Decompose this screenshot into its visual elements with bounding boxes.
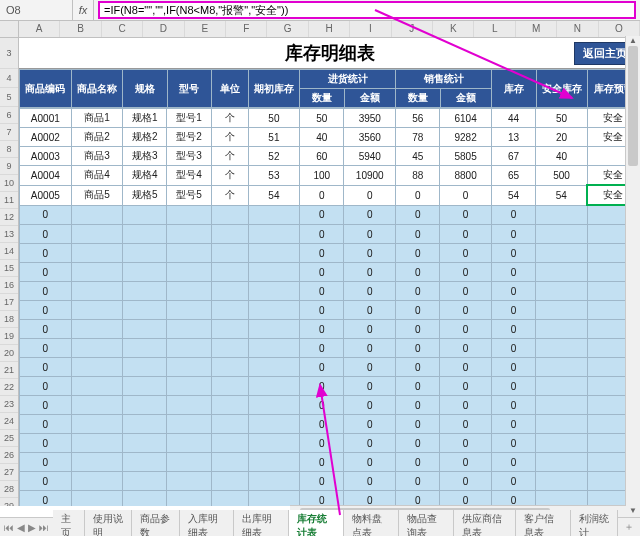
cell-in_amt[interactable]: 3560 [344,128,396,147]
cell-safety[interactable]: 20 [536,128,588,147]
cell-code[interactable]: 0 [20,339,72,358]
cell-out_qty[interactable]: 0 [396,301,440,320]
sheet-tab[interactable]: 物品查询表 [399,510,454,536]
table-row[interactable]: A0005商品5规格5型号5个5400005454安全 [20,185,640,205]
tab-last-icon[interactable]: ⏭ [39,522,49,533]
cell-in_qty[interactable]: 0 [300,377,344,396]
cell-out_qty[interactable]: 56 [396,109,440,128]
cell-in_amt[interactable]: 0 [344,472,396,491]
cell-out_amt[interactable]: 0 [440,415,492,434]
column-header[interactable]: B [60,21,101,37]
cell-model[interactable] [167,320,211,339]
cell-code[interactable]: 0 [20,396,72,415]
cell-model[interactable] [167,434,211,453]
cell-spec[interactable] [123,301,167,320]
row-number[interactable]: 10 [0,175,18,192]
cell-in_amt[interactable]: 0 [344,434,396,453]
col-spec[interactable]: 规格 [123,70,167,108]
cell-in_qty[interactable]: 0 [300,263,344,282]
row-number[interactable]: 24 [0,413,18,430]
cell-init[interactable] [248,377,300,396]
cell-in_qty[interactable]: 0 [300,339,344,358]
cell-safety[interactable] [536,491,588,507]
cell-model[interactable] [167,377,211,396]
column-header[interactable]: G [267,21,308,37]
cell-unit[interactable]: 个 [211,166,248,186]
cell-stock[interactable]: 54 [491,185,535,205]
table-row[interactable]: 000000 [20,263,640,282]
cell-in_amt[interactable]: 0 [344,339,396,358]
cell-out_qty[interactable]: 0 [396,339,440,358]
cell-spec[interactable] [123,396,167,415]
cell-in_amt[interactable]: 10900 [344,166,396,186]
cell-in_qty[interactable]: 60 [300,147,344,166]
cell-in_qty[interactable]: 0 [300,396,344,415]
cell-init[interactable] [248,301,300,320]
cell-code[interactable]: 0 [20,320,72,339]
cell-in_amt[interactable]: 0 [344,244,396,263]
cell-init[interactable] [248,244,300,263]
column-header[interactable]: J [392,21,433,37]
cell-stock[interactable]: 0 [491,491,535,507]
cell-stock[interactable]: 67 [491,147,535,166]
cell-init[interactable] [248,339,300,358]
cell-safety[interactable] [536,434,588,453]
cell-code[interactable]: 0 [20,225,72,244]
cell-unit[interactable] [211,225,248,244]
cell-unit[interactable]: 个 [211,109,248,128]
row-number[interactable]: 12 [0,209,18,226]
cell-out_amt[interactable]: 0 [440,185,492,205]
cell-name[interactable] [71,282,123,301]
cell-safety[interactable] [536,358,588,377]
col-in-amt[interactable]: 金额 [344,89,396,108]
tab-nav-buttons[interactable]: ⏮ ◀ ▶ ⏭ [0,522,53,533]
add-sheet-icon[interactable]: ＋ [618,520,640,534]
cell-spec[interactable] [123,472,167,491]
cell-unit[interactable] [211,415,248,434]
cell-name[interactable] [71,244,123,263]
row-number[interactable]: 19 [0,328,18,345]
cell-spec[interactable] [123,225,167,244]
cell-unit[interactable] [211,282,248,301]
cell-spec[interactable]: 规格5 [123,185,167,205]
cell-stock[interactable]: 0 [491,434,535,453]
table-row[interactable]: 000000 [20,396,640,415]
col-code[interactable]: 商品编码 [20,70,72,108]
table-row[interactable]: 000000 [20,472,640,491]
cell-unit[interactable] [211,377,248,396]
column-header[interactable]: H [309,21,350,37]
table-row[interactable]: 000000 [20,377,640,396]
cell-in_amt[interactable]: 0 [344,205,396,225]
cell-code[interactable]: A0002 [20,128,72,147]
cell-out_amt[interactable]: 0 [440,301,492,320]
cell-out_amt[interactable]: 5805 [440,147,492,166]
cell-name[interactable] [71,434,123,453]
cell-model[interactable] [167,301,211,320]
tab-next-icon[interactable]: ▶ [28,522,36,533]
cell-init[interactable] [248,491,300,507]
row-number[interactable]: 29 [0,498,18,506]
table-row[interactable]: A0003商品3规格3型号3个526059404558056740报警 [20,147,640,166]
sheet-tab[interactable]: 库存统计表 [289,510,344,536]
cell-code[interactable]: 0 [20,244,72,263]
cell-out_qty[interactable]: 0 [396,415,440,434]
cell-spec[interactable] [123,453,167,472]
table-row[interactable]: 000000 [20,358,640,377]
table-row[interactable]: 000000 [20,434,640,453]
cell-in_qty[interactable]: 0 [300,472,344,491]
sheet-tab[interactable]: 商品参数 [132,510,179,536]
cell-in_amt[interactable]: 0 [344,282,396,301]
column-header[interactable]: D [143,21,184,37]
cell-stock[interactable]: 0 [491,320,535,339]
cell-in_amt[interactable]: 3950 [344,109,396,128]
cell-out_qty[interactable]: 78 [396,128,440,147]
row-number[interactable]: 26 [0,447,18,464]
sheet-tab[interactable]: 供应商信息表 [454,510,516,536]
cell-out_amt[interactable]: 0 [440,244,492,263]
cell-safety[interactable]: 500 [536,166,588,186]
cell-name[interactable] [71,301,123,320]
cell-unit[interactable] [211,244,248,263]
sheet-tab[interactable]: 客户信息表 [516,510,571,536]
cell-spec[interactable] [123,205,167,225]
cell-name[interactable] [71,205,123,225]
